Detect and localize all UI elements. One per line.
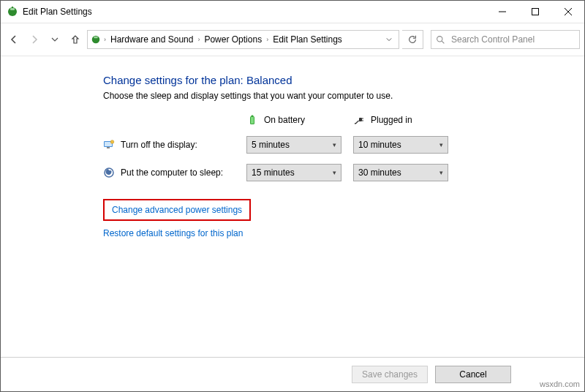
svg-rect-10 xyxy=(359,118,362,121)
close-button[interactable] xyxy=(551,1,584,23)
forward-button[interactable] xyxy=(26,31,43,48)
up-button[interactable] xyxy=(67,31,84,48)
cancel-button[interactable]: Cancel xyxy=(435,366,511,383)
page-heading: Change settings for the plan: Balanced xyxy=(103,74,584,86)
sleep-plugged-dropdown[interactable]: 30 minutes ▾ xyxy=(353,164,448,181)
dropdown-value: 5 minutes xyxy=(252,140,290,150)
row-label-text: Put the computer to sleep: xyxy=(121,167,223,178)
column-on-battery: On battery xyxy=(246,114,341,126)
maximize-button[interactable] xyxy=(518,1,551,23)
svg-point-14 xyxy=(110,140,114,144)
battery-icon xyxy=(246,114,258,126)
link-restore-defaults[interactable]: Restore default settings for this plan xyxy=(103,228,243,238)
watermark: wsxdn.com xyxy=(540,380,580,388)
dropdown-value: 10 minutes xyxy=(358,140,401,150)
svg-rect-5 xyxy=(94,37,97,39)
power-options-icon xyxy=(91,34,101,45)
display-plugged-dropdown[interactable]: 10 minutes ▾ xyxy=(353,136,448,154)
chevron-right-icon[interactable]: › xyxy=(197,36,200,43)
chevron-down-icon: ▾ xyxy=(439,141,443,148)
svg-rect-8 xyxy=(252,116,254,117)
content: Change settings for the plan: Balanced C… xyxy=(1,56,584,357)
breadcrumb-power-options[interactable]: Power Options xyxy=(203,34,263,45)
link-advanced-power-settings[interactable]: Change advanced power settings xyxy=(112,205,242,215)
save-changes-button[interactable]: Save changes xyxy=(352,366,428,383)
svg-rect-3 xyxy=(532,9,538,15)
dropdown-value: 30 minutes xyxy=(358,167,401,178)
svg-rect-13 xyxy=(107,147,110,148)
window: Edit Plan Settings › Hard xyxy=(0,0,585,392)
navbar: › Hardware and Sound › Power Options › E… xyxy=(1,23,584,56)
plug-icon xyxy=(353,114,365,126)
search-icon xyxy=(436,35,445,45)
power-options-icon xyxy=(7,6,18,18)
settings-grid: On battery Plugged in Turn off the displ… xyxy=(103,114,584,181)
display-icon xyxy=(103,139,115,151)
address-dropdown-button[interactable] xyxy=(382,31,396,48)
row-label-text: Turn off the display: xyxy=(121,140,197,150)
svg-point-6 xyxy=(437,36,442,41)
row-sleep: Put the computer to sleep: xyxy=(103,167,235,178)
sleep-icon xyxy=(103,167,115,178)
back-button[interactable] xyxy=(5,31,23,48)
window-title: Edit Plan Settings xyxy=(23,7,92,17)
footer: Save changes Cancel xyxy=(1,357,584,391)
minimize-button[interactable] xyxy=(486,1,518,23)
chevron-down-icon: ▾ xyxy=(439,169,443,176)
column-plugged-in: Plugged in xyxy=(353,114,448,126)
column-label: On battery xyxy=(264,115,305,125)
svg-rect-9 xyxy=(251,117,254,124)
display-battery-dropdown[interactable]: 5 minutes ▾ xyxy=(246,136,341,154)
highlight-box: Change advanced power settings xyxy=(103,199,251,221)
svg-rect-2 xyxy=(12,7,13,8)
links: Change advanced power settings Restore d… xyxy=(103,199,584,238)
titlebar: Edit Plan Settings xyxy=(1,1,584,23)
chevron-down-icon: ▾ xyxy=(333,169,336,176)
chevron-right-icon[interactable]: › xyxy=(104,36,106,43)
row-display: Turn off the display: xyxy=(103,139,235,151)
dropdown-value: 15 minutes xyxy=(252,167,295,178)
address-bar[interactable]: › Hardware and Sound › Power Options › E… xyxy=(87,30,399,49)
chevron-down-icon: ▾ xyxy=(333,141,336,148)
page-subheading: Choose the sleep and display settings th… xyxy=(103,91,584,101)
svg-rect-1 xyxy=(10,8,15,10)
breadcrumb-edit-plan-settings[interactable]: Edit Plan Settings xyxy=(271,34,344,45)
search-input[interactable] xyxy=(450,34,575,45)
breadcrumb-hardware-sound[interactable]: Hardware and Sound xyxy=(109,34,195,45)
refresh-button[interactable] xyxy=(402,30,423,49)
sleep-battery-dropdown[interactable]: 15 minutes ▾ xyxy=(246,164,341,181)
chevron-right-icon[interactable]: › xyxy=(266,36,268,43)
search-box[interactable] xyxy=(431,30,580,49)
column-label: Plugged in xyxy=(371,115,412,125)
recent-locations-button[interactable] xyxy=(46,31,64,48)
